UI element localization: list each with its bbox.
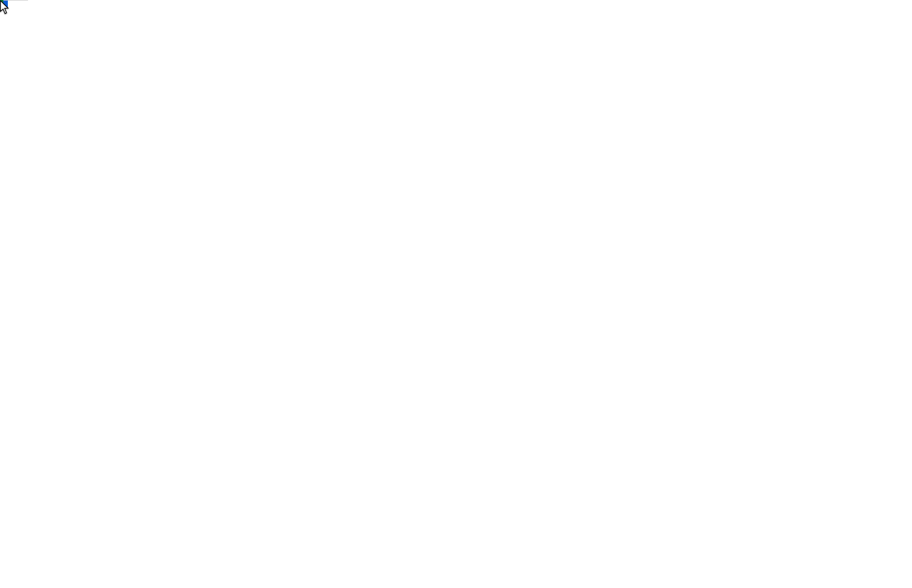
spreadsheet-grid[interactable] [0, 0, 912, 1]
select-all-corner[interactable] [0, 0, 28, 1]
